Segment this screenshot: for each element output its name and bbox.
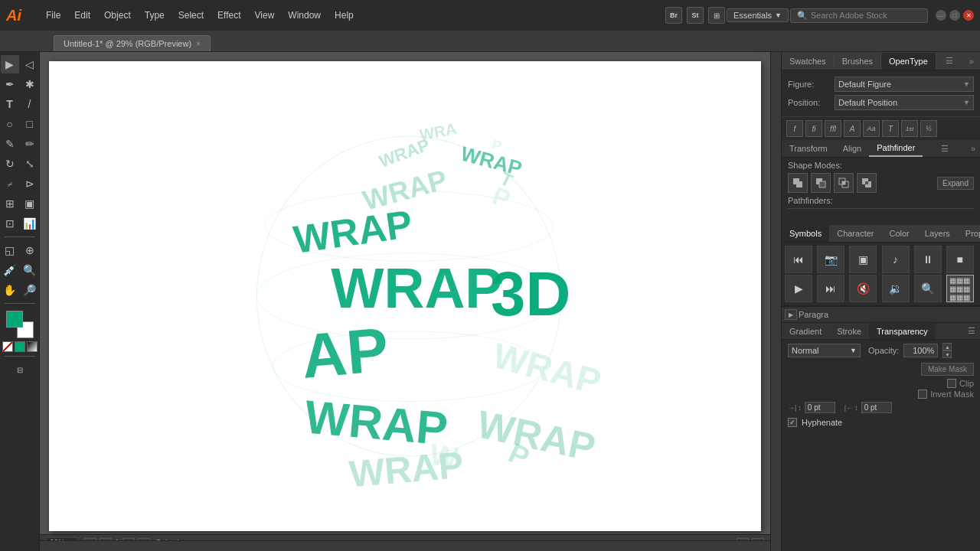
anchor-tool[interactable]: ✱	[21, 75, 39, 93]
sub-panel-collapse-icon[interactable]: »	[966, 141, 980, 156]
ot-icon-A[interactable]: A	[844, 120, 861, 137]
pen-tool[interactable]: ✒	[1, 75, 19, 93]
ellipse-tool[interactable]: ○	[1, 115, 19, 133]
figure-dropdown[interactable]: Default Figure ▼	[835, 77, 974, 92]
opacity-field[interactable]: 100%	[903, 344, 938, 357]
zoom-tool[interactable]: 🔍	[21, 261, 39, 279]
make-mask-button[interactable]: Make Mask	[921, 363, 974, 376]
menu-file[interactable]: File	[40, 7, 67, 24]
graph-tool[interactable]: 📊	[21, 214, 39, 233]
menu-object[interactable]: Object	[98, 7, 137, 24]
warp-tool[interactable]: ⌿	[1, 174, 19, 193]
symbol-rewind[interactable]: ⏮	[785, 246, 812, 273]
tab-properties[interactable]: Properties	[958, 225, 980, 242]
minus-front-button[interactable]	[811, 173, 831, 193]
minimize-button[interactable]: —	[936, 10, 946, 21]
menu-select[interactable]: Select	[172, 7, 210, 24]
width-tool[interactable]: ⊳	[21, 174, 39, 193]
paintbrush-tool[interactable]: ✎	[1, 135, 19, 153]
panel-collapse-icon[interactable]: »	[963, 53, 980, 70]
line-tool[interactable]: /	[21, 95, 39, 113]
tab-stroke[interactable]: Stroke	[829, 324, 869, 339]
artboard-navigation[interactable]: ⊟	[11, 360, 29, 379]
search-box[interactable]: 🔍 Search Adobe Stock	[790, 8, 928, 23]
mesh-tool[interactable]: ⊕	[21, 241, 39, 259]
tab-align[interactable]: Align	[835, 141, 869, 156]
ot-icon-1st[interactable]: 1st	[901, 120, 918, 137]
maximize-button[interactable]: □	[949, 10, 960, 21]
gradient-swatch[interactable]	[27, 341, 38, 352]
ot-icon-ffl[interactable]: ffl	[825, 120, 841, 137]
symbol-camera[interactable]: 📷	[817, 246, 844, 273]
hand-tool[interactable]: ✋	[1, 281, 19, 299]
symbol-music[interactable]: ♪	[882, 246, 910, 273]
direct-selection-tool[interactable]: ◁	[21, 55, 39, 73]
hyphenate-checkbox[interactable]	[788, 418, 797, 427]
eyedropper-tool[interactable]: 💉	[1, 261, 19, 279]
artboard-tool[interactable]: ▣	[21, 194, 39, 213]
pencil-tool[interactable]: ✏	[21, 135, 39, 153]
tab-swatches[interactable]: Swatches	[782, 53, 835, 70]
tab-character[interactable]: Character	[829, 225, 881, 242]
symbol-grid[interactable]: ▦▦▦▦▦▦▦▦▦	[946, 275, 974, 302]
ot-icon-f[interactable]: f	[786, 120, 803, 137]
blend-mode-dropdown[interactable]: Normal ▼	[788, 344, 861, 357]
foreground-color-swatch[interactable]	[6, 311, 23, 328]
symbol-play[interactable]: ▶	[785, 275, 812, 302]
tab-opentype[interactable]: OpenType	[881, 53, 936, 70]
exclude-button[interactable]	[857, 173, 877, 193]
scale-tool[interactable]: ⤡	[21, 155, 39, 173]
tab-close-button[interactable]: ×	[196, 40, 201, 48]
menu-help[interactable]: Help	[328, 7, 360, 24]
ot-icon-fi[interactable]: fi	[805, 120, 822, 137]
indent-right-field[interactable]	[861, 402, 892, 413]
close-button[interactable]: ✕	[963, 10, 974, 21]
horizontal-scrollbar[interactable]	[40, 540, 770, 551]
intersect-button[interactable]	[834, 173, 854, 193]
menu-view[interactable]: View	[249, 7, 281, 24]
teal-swatch[interactable]	[15, 341, 25, 352]
panel-menu-icon[interactable]: ☰	[939, 52, 959, 70]
selection-tool[interactable]: ▶	[1, 55, 19, 73]
bottom-panel-menu-icon[interactable]: ☰	[963, 323, 980, 339]
zoom-out-tool[interactable]: 🔎	[21, 281, 39, 299]
menu-type[interactable]: Type	[139, 7, 171, 24]
menu-effect[interactable]: Effect	[211, 7, 247, 24]
rect-tool[interactable]: □	[21, 115, 39, 133]
document-tab[interactable]: Untitled-1* @ 29% (RGB/Preview) ×	[54, 35, 211, 51]
arrange-icon[interactable]: ⊞	[708, 7, 725, 24]
indent-left-field[interactable]	[805, 402, 835, 413]
rotate-tool[interactable]: ↻	[1, 155, 19, 173]
gradient-tool[interactable]: ◱	[1, 241, 19, 259]
symbol-search[interactable]: 🔍	[914, 275, 942, 302]
opacity-decrease[interactable]: ▼	[942, 350, 952, 358]
tab-layers[interactable]: Layers	[917, 225, 958, 242]
symbol-pause[interactable]: ⏸	[914, 246, 942, 273]
menu-window[interactable]: Window	[282, 7, 327, 24]
paragraph-collapse[interactable]: ▶	[785, 309, 797, 320]
unite-button[interactable]	[788, 173, 808, 193]
tab-transparency[interactable]: Transparency	[869, 324, 936, 339]
invert-mask-checkbox[interactable]	[918, 390, 927, 399]
tab-brushes[interactable]: Brushes	[835, 53, 881, 70]
vertical-scrollbar[interactable]	[770, 52, 781, 551]
symbol-stop[interactable]: ■	[946, 246, 974, 273]
shape-builder-tool[interactable]: ⊞	[1, 194, 19, 213]
color-swatches[interactable]	[6, 311, 34, 338]
tab-color[interactable]: Color	[881, 225, 916, 242]
clip-checkbox[interactable]	[947, 379, 956, 388]
symbol-volume[interactable]: 🔉	[882, 275, 910, 302]
tab-gradient[interactable]: Gradient	[782, 324, 829, 339]
symbol-mute[interactable]: 🔇	[849, 275, 877, 302]
expand-button[interactable]: Expand	[937, 177, 974, 190]
tab-symbols[interactable]: Symbols	[782, 225, 829, 242]
tab-pathfinder[interactable]: Pathfinder	[869, 140, 923, 157]
opacity-increase[interactable]: ▲	[942, 343, 952, 350]
menu-edit[interactable]: Edit	[68, 7, 96, 24]
symbol-forward[interactable]: ⏭	[817, 275, 844, 302]
position-dropdown[interactable]: Default Position ▼	[835, 95, 974, 110]
ot-icon-Aa[interactable]: Aa	[863, 120, 880, 137]
none-swatch[interactable]	[2, 341, 13, 352]
stock-icon[interactable]: St	[687, 7, 704, 24]
slice-tool[interactable]: ⊡	[1, 214, 19, 233]
